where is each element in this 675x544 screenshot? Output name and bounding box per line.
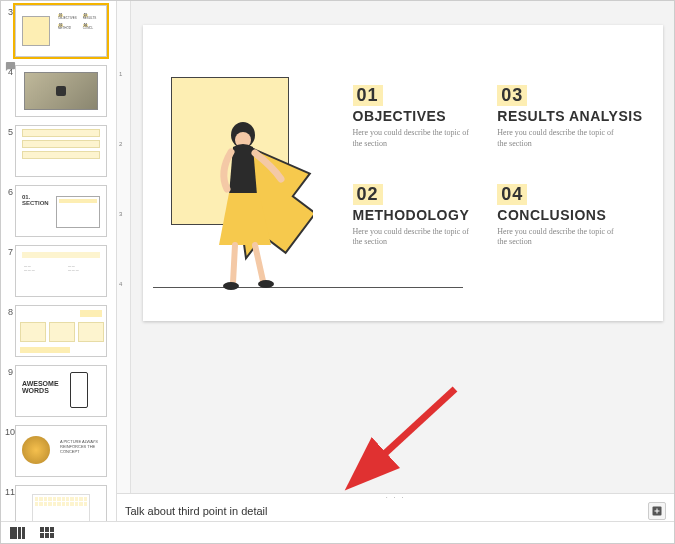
thumb-number: 4 (5, 65, 15, 77)
slide-thumbnail-panel[interactable]: 3 01OBJECTIVES03RESULTS 02METHOD04CONCL … (1, 1, 117, 521)
slide-canvas[interactable]: 01 OBJECTIVES Here you could describe th… (143, 25, 663, 321)
vertical-ruler: 1 2 3 4 (117, 1, 131, 493)
grid-icon (40, 527, 54, 538)
filmstrip-view-button[interactable] (9, 526, 25, 540)
slide-thumb-8[interactable] (15, 305, 107, 357)
section-03: 03 RESULTS ANALYSIS Here you could descr… (497, 85, 642, 150)
svg-point-3 (258, 280, 274, 288)
filmstrip-icon (10, 527, 25, 539)
thumb-number: 11 (5, 485, 15, 497)
section-02: 02 METHODOLOGY Here you could describe t… (353, 184, 476, 249)
main-row: 3 01OBJECTIVES03RESULTS 02METHOD04CONCL … (1, 1, 674, 521)
grid-view-button[interactable] (39, 526, 55, 540)
plus-icon (651, 505, 663, 517)
speaker-notes-panel: · · · (117, 493, 674, 521)
svg-line-4 (355, 389, 455, 481)
section-04: 04 CONCLUSIONS Here you could describe t… (497, 184, 642, 249)
thumb-number: 7 (5, 245, 15, 257)
view-toolbar (1, 521, 674, 543)
slide-thumb-4[interactable] (15, 65, 107, 117)
slide-thumb-6[interactable]: 01.SECTION (15, 185, 107, 237)
slide-thumb-3[interactable]: 01OBJECTIVES03RESULTS 02METHOD04CONCL (15, 5, 107, 57)
thumb-number: 8 (5, 305, 15, 317)
thumb-number: 6 (5, 185, 15, 197)
slide-thumb-11[interactable] (15, 485, 107, 521)
slide-thumb-5[interactable] (15, 125, 107, 177)
thumb-number: 9 (5, 365, 15, 377)
section-01: 01 OBJECTIVES Here you could describe th… (353, 85, 476, 150)
svg-point-2 (223, 282, 239, 290)
slide-thumb-9[interactable]: AWESOMEWORDS (15, 365, 107, 417)
editor-area: 1 2 3 4 (117, 1, 674, 521)
content-grid: 01 OBJECTIVES Here you could describe th… (353, 85, 643, 248)
thumb-number: 3 (5, 5, 15, 17)
thumb-number: 5 (5, 125, 15, 137)
annotation-arrow-icon (337, 381, 467, 501)
canvas-wrap[interactable]: 1 2 3 4 (117, 1, 674, 493)
slide-thumb-7[interactable]: — —— — —— —— — — (15, 245, 107, 297)
add-comment-button[interactable] (648, 502, 666, 520)
illustration (163, 77, 313, 287)
thumb-number: 10 (5, 425, 15, 437)
slide-thumb-10[interactable]: A PICTURE ALWAYS REINFORCES THE CONCEPT (15, 425, 107, 477)
app-shell: 3 01OBJECTIVES03RESULTS 02METHOD04CONCL … (0, 0, 675, 544)
speaker-notes-input[interactable] (125, 505, 642, 517)
